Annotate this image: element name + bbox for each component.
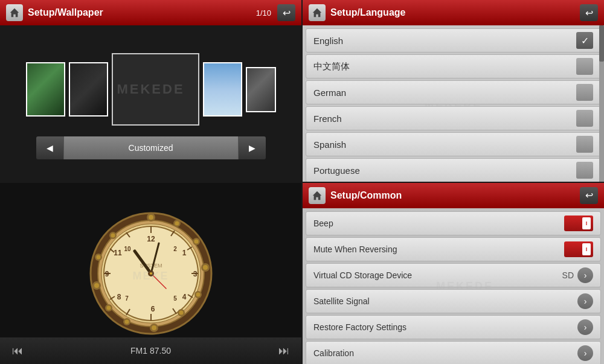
media-prev-button[interactable]: ⏮ (0, 345, 35, 357)
svg-text:1: 1 (182, 249, 186, 257)
thumb-1[interactable] (26, 62, 65, 117)
svg-text:8: 8 (117, 293, 121, 301)
mute-label: Mute When Reversing (313, 244, 564, 254)
lang-item-french[interactable]: French (306, 106, 601, 130)
language-title: Setup/Language (330, 7, 580, 18)
scrollbar-thumb[interactable] (599, 25, 604, 62)
beep-toggle[interactable]: I (564, 216, 593, 231)
lang-name-portuguese: Portuguese (313, 165, 576, 176)
common-item-beep[interactable]: Beep I (306, 211, 601, 235)
svg-point-20 (196, 292, 200, 296)
common-item-calibration[interactable]: Calibration › (306, 341, 601, 365)
svg-text:9: 9 (104, 270, 109, 278)
lang-name-german: German (313, 88, 576, 98)
language-panel: Setup/Language ↩ MEKEDE English ✓ 中文简体 G… (303, 0, 604, 182)
svg-text:3: 3 (193, 270, 197, 278)
wallpaper-panel: Setup/Wallpaper 1/10 ↩ MEKEDE ◀ Customiz… (0, 0, 301, 182)
vcd-chevron[interactable]: › (577, 267, 593, 283)
svg-point-25 (94, 283, 99, 288)
language-back-button[interactable]: ↩ (580, 4, 598, 21)
common-item-mute[interactable]: Mute When Reversing I (306, 237, 601, 261)
home-icon-common[interactable] (309, 187, 326, 204)
language-header: Setup/Language ↩ (303, 0, 604, 25)
clock-panel: MEKE (0, 183, 301, 365)
wallpaper-badge: 1/10 (256, 8, 271, 18)
svg-text:2: 2 (173, 246, 177, 252)
svg-point-16 (149, 215, 153, 220)
lang-name-english: English (313, 36, 576, 46)
svg-text:4: 4 (182, 293, 186, 301)
vcd-label: Virtual CD Storage Device (313, 270, 562, 280)
svg-point-26 (96, 255, 100, 259)
svg-point-23 (124, 319, 129, 324)
mute-toggle-indicator: I (582, 243, 591, 255)
thumb-3-selected[interactable] (112, 53, 199, 126)
common-item-satellite[interactable]: Satellite Signal › (306, 289, 601, 313)
beep-label: Beep (313, 219, 564, 228)
lang-item-chinese[interactable]: 中文简体 (306, 54, 601, 78)
wallpaper-title: Setup/Wallpaper (28, 7, 256, 18)
svg-text:11: 11 (114, 249, 122, 257)
common-title: Setup/Common (330, 190, 580, 201)
thumb-5[interactable] (246, 67, 276, 112)
restore-chevron[interactable]: › (577, 319, 593, 335)
lang-name-french: French (313, 113, 576, 124)
lang-name-chinese: 中文简体 (313, 61, 576, 72)
svg-point-21 (179, 310, 183, 315)
wallpaper-thumbs: MEKEDE (26, 47, 276, 132)
calibration-chevron[interactable]: › (577, 345, 593, 361)
common-panel: Setup/Common ↩ MEKEDE Beep I Mute When R… (303, 183, 604, 365)
lang-item-german[interactable]: German (306, 80, 601, 104)
svg-text:10: 10 (124, 246, 131, 252)
common-item-vcd[interactable]: Virtual CD Storage Device SD › (306, 263, 601, 287)
lang-check-german (576, 84, 593, 101)
common-item-restore[interactable]: Restore Factory Settings › (306, 315, 601, 339)
language-content: MEKEDE English ✓ 中文简体 German French Span… (303, 25, 604, 182)
svg-point-22 (152, 325, 156, 330)
svg-text:12: 12 (147, 235, 155, 243)
lang-item-english[interactable]: English ✓ (306, 28, 601, 53)
beep-toggle-indicator: I (582, 217, 591, 229)
lang-check-portuguese (576, 162, 593, 179)
satellite-label: Satellite Signal (313, 296, 577, 306)
lang-name-spanish: Spanish (313, 139, 576, 150)
lang-check-english: ✓ (576, 32, 593, 49)
wallpaper-nav: ◀ Customized ▶ (36, 136, 266, 159)
thumb-2[interactable] (69, 62, 108, 117)
thumb-4[interactable] (203, 62, 242, 117)
nav-label: Customized (63, 136, 239, 159)
nav-next-button[interactable]: ▶ (239, 136, 266, 159)
clock-bottom-bar: ⏮ FM1 87.50 ⏭ (0, 337, 301, 364)
restore-label: Restore Factory Settings (313, 322, 577, 332)
satellite-chevron[interactable]: › (577, 293, 593, 309)
common-back-button[interactable]: ↩ (580, 187, 598, 204)
lang-item-portuguese[interactable]: Portuguese (306, 158, 601, 182)
svg-point-17 (175, 221, 179, 225)
svg-text:6: 6 (150, 305, 155, 313)
media-next-button[interactable]: ⏭ (266, 345, 301, 357)
wallpaper-back-button[interactable]: ↩ (277, 4, 295, 21)
analog-clock: 12 1 3 4 6 8 9 11 2 5 7 10 SYSTEM (88, 210, 214, 337)
nav-prev-button[interactable]: ◀ (36, 136, 63, 159)
wallpaper-header: Setup/Wallpaper 1/10 ↩ (0, 0, 301, 25)
svg-text:7: 7 (125, 295, 129, 302)
svg-text:5: 5 (173, 295, 177, 302)
mute-toggle[interactable]: I (564, 241, 593, 257)
home-icon-lang[interactable] (309, 4, 326, 21)
svg-point-19 (203, 265, 208, 270)
lang-item-spanish[interactable]: Spanish (306, 132, 601, 156)
svg-point-18 (194, 239, 198, 243)
lang-check-chinese (576, 58, 593, 75)
common-header: Setup/Common ↩ (303, 183, 604, 208)
common-content: MEKEDE Beep I Mute When Reversing I Virt… (303, 208, 604, 365)
home-icon[interactable] (6, 4, 23, 21)
wallpaper-content: MEKEDE ◀ Customized ▶ (0, 25, 301, 182)
clock-content: MEKE (0, 183, 301, 365)
svg-point-57 (150, 272, 152, 275)
lang-check-french (576, 110, 593, 127)
scrollbar[interactable] (599, 25, 604, 182)
vcd-value: SD (562, 270, 574, 280)
svg-point-27 (111, 233, 115, 237)
media-info: FM1 87.50 (35, 346, 266, 356)
lang-check-spanish (576, 136, 593, 153)
